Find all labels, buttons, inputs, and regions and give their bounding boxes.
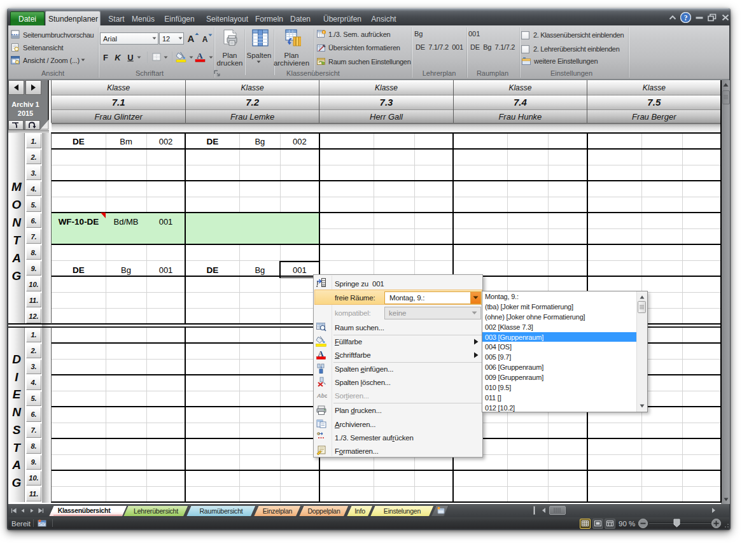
svg-text:A: A xyxy=(197,51,203,60)
svg-text:Abc: Abc xyxy=(316,393,327,399)
svg-text:!: ! xyxy=(323,31,325,34)
svg-text:?: ? xyxy=(684,14,688,22)
